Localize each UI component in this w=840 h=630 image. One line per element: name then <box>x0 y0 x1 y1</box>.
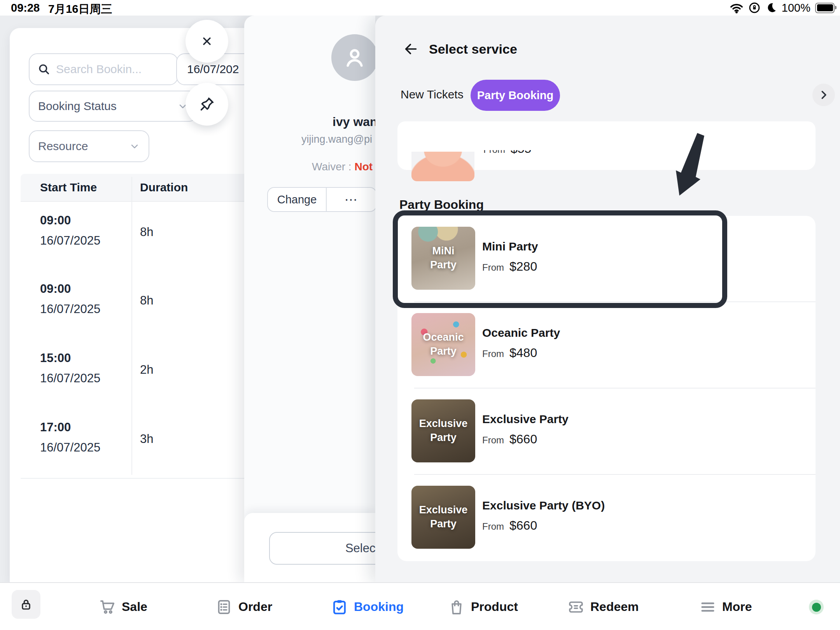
table-row[interactable]: 17:00 16/07/2025 3h <box>21 409 259 479</box>
service-name: Exclusive Party <box>482 413 569 426</box>
order-list-icon <box>215 598 233 616</box>
service-header: Select service <box>403 41 517 57</box>
tab-new-tickets[interactable]: New Tickets <box>401 88 464 101</box>
select-service-panel: Select service New Tickets Party Booking… <box>375 16 840 582</box>
row-date: 16/07/2025 <box>40 441 100 455</box>
status-date: 7月16日周三 <box>48 2 112 17</box>
close-icon <box>199 33 215 49</box>
price-prefix: From <box>482 262 504 273</box>
bookings-panel: 16/07/202 Booking Status Resource Start … <box>10 28 259 582</box>
price-value: $660 <box>509 518 537 533</box>
price-value: $660 <box>509 432 537 446</box>
table-row[interactable]: 09:00 16/07/2025 8h <box>21 270 259 340</box>
table-row[interactable]: 15:00 16/07/2025 2h <box>21 340 259 410</box>
orientation-lock-icon <box>748 2 761 14</box>
lock-icon <box>19 597 33 612</box>
service-item-exclusive-party-byo[interactable]: Exclusive Party Exclusive Party (BYO) Fr… <box>397 475 816 561</box>
close-button[interactable] <box>186 20 228 63</box>
booking-status-label: Booking Status <box>38 100 117 113</box>
col-duration: Duration <box>131 181 188 194</box>
service-price: From $280 <box>482 259 537 274</box>
resource-label: Resource <box>38 140 88 153</box>
service-price: From $660 <box>482 432 537 446</box>
page-title: Select service <box>429 42 517 57</box>
waiver-value: Not <box>354 161 373 173</box>
status-icons: 100% <box>730 1 835 15</box>
price-prefix: From <box>483 144 505 155</box>
table-row[interactable]: 09:00 16/07/2025 8h <box>21 201 259 272</box>
pin-icon <box>198 95 216 113</box>
price-value: $480 <box>509 346 537 360</box>
battery-percent: 100% <box>782 2 810 14</box>
service-price: From $660 <box>482 518 537 533</box>
party-booking-card: MiNi Party Mini Party From $280 Oceanic … <box>397 216 816 561</box>
nav-item-more[interactable]: More <box>699 583 752 630</box>
row-duration: 3h <box>140 432 153 446</box>
service-name: Oceanic Party <box>482 326 560 340</box>
chevron-right-icon <box>818 89 830 101</box>
lock-button[interactable] <box>12 590 40 619</box>
thumb-text: Exclusive <box>419 504 468 517</box>
row-duration: 2h <box>140 363 153 377</box>
battery-icon <box>815 3 835 13</box>
thumb-text: Exclusive <box>419 417 468 430</box>
nav-label: Booking <box>354 600 404 614</box>
row-date: 16/07/2025 <box>40 371 100 385</box>
thumb-text: Oceanic <box>423 331 464 344</box>
online-status-indicator <box>809 600 824 614</box>
wifi-icon <box>730 2 744 14</box>
row-duration: 8h <box>140 294 153 308</box>
bag-icon <box>448 598 466 616</box>
nav-item-sale[interactable]: Sale <box>98 583 147 630</box>
service-item-mini-party[interactable]: MiNi Party Mini Party From $280 <box>397 216 816 302</box>
nav-item-order[interactable]: Order <box>215 583 272 630</box>
row-date: 16/07/2025 <box>40 234 100 248</box>
customer-actions: Change ⋯ <box>267 187 375 212</box>
booking-status-select[interactable]: Booking Status <box>29 91 198 122</box>
section-title: Party Booking <box>399 198 484 212</box>
ticket-icon <box>567 598 585 616</box>
pin-button[interactable] <box>186 83 228 126</box>
cart-icon <box>98 598 116 616</box>
row-date: 16/07/2025 <box>40 302 100 316</box>
price-prefix: From <box>482 435 504 446</box>
thumb-text: MiNi <box>432 245 455 258</box>
avatar <box>331 34 375 81</box>
price-prefix: From <box>482 521 504 532</box>
service-thumbnail: Oceanic Party <box>411 313 475 376</box>
search-icon <box>37 63 51 76</box>
service-thumbnail: MiNi Party <box>411 227 475 290</box>
row-time: 09:00 <box>40 282 71 296</box>
service-thumbnail <box>411 152 474 181</box>
service-item-exclusive-party[interactable]: Exclusive Party Exclusive Party From $66… <box>397 388 816 475</box>
row-time: 09:00 <box>40 214 71 228</box>
tab-party-booking[interactable]: Party Booking <box>471 80 560 111</box>
price-value: $55 <box>511 142 531 156</box>
nav-label: More <box>722 600 752 614</box>
change-button[interactable]: Change <box>267 187 326 212</box>
service-price: From $55 <box>483 142 531 156</box>
customer-email: yijing.wang@pi <box>301 133 372 145</box>
customer-panel: ivy wan yijing.wang@pi Waiver : Not Chan… <box>244 16 375 582</box>
search-input[interactable] <box>55 62 154 76</box>
service-name: Exclusive Party (BYO) <box>482 499 605 512</box>
nav-label: Product <box>471 600 518 614</box>
table-header: Start Time Duration <box>21 174 259 201</box>
more-actions-button[interactable]: ⋯ <box>326 187 375 212</box>
waiver-label: Waiver : <box>312 161 352 173</box>
price-value: $280 <box>509 259 537 274</box>
menu-icon <box>699 598 717 616</box>
select-button[interactable]: Select <box>269 532 375 565</box>
nav-item-redeem[interactable]: Redeem <box>567 583 639 630</box>
new-tickets-card[interactable]: From $55 <box>397 121 816 170</box>
service-item-oceanic-party[interactable]: Oceanic Party Oceanic Party From $480 <box>397 302 816 388</box>
status-bar: 09:28 7月16日周三 100% <box>0 0 840 16</box>
row-time: 17:00 <box>40 420 71 434</box>
nav-item-booking[interactable]: Booking <box>331 583 404 630</box>
booking-clipboard-icon <box>331 598 348 616</box>
resource-select[interactable]: Resource <box>29 130 149 162</box>
back-icon[interactable] <box>403 41 419 57</box>
scroll-right-button[interactable] <box>812 84 835 106</box>
nav-item-product[interactable]: Product <box>448 583 518 630</box>
service-name: Mini Party <box>482 240 538 253</box>
